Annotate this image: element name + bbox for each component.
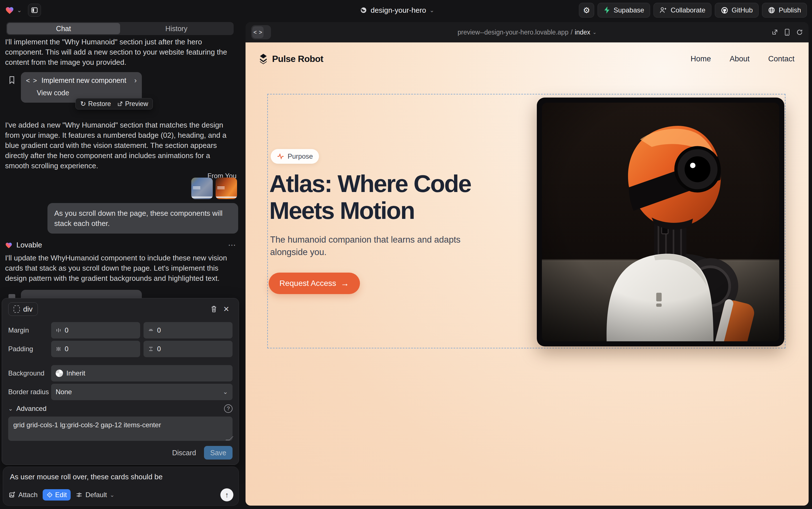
edit-mode-button[interactable]: Edit <box>43 489 71 501</box>
request-access-button[interactable]: Request Access → <box>269 273 360 294</box>
margin-y-input[interactable] <box>144 322 232 338</box>
send-button[interactable]: ↑ <box>220 488 233 501</box>
hero-subheadline: The humanoid companion that learns and a… <box>270 234 468 259</box>
margin-x-icon <box>56 328 61 333</box>
chat-panel: Chat History I'll implement the "Why Hum… <box>0 20 242 509</box>
refresh-button[interactable] <box>796 29 803 36</box>
assistant-message-1: I'll implement the "Why Humanoid" sectio… <box>5 37 236 67</box>
chevron-right-icon: › <box>134 76 137 85</box>
select-chevron-down-icon: ⌄ <box>223 388 228 396</box>
background-label: Background <box>8 369 51 377</box>
send-arrow-icon: ↑ <box>225 490 229 499</box>
attach-button[interactable]: Attach <box>9 491 38 499</box>
site-preview: Pulse Robot Home About Contact Purpose A… <box>246 42 809 506</box>
nav-home[interactable]: Home <box>691 55 711 63</box>
edit-label: Edit <box>55 491 67 499</box>
trash-icon <box>211 305 217 313</box>
margin-label: Margin <box>8 326 51 334</box>
bookmark-icon[interactable] <box>8 76 15 86</box>
tab-chat[interactable]: Chat <box>7 23 120 34</box>
padding-y-input[interactable] <box>144 341 232 357</box>
supabase-button[interactable]: Supabase <box>597 3 650 18</box>
attachment-thumbnail-orange[interactable] <box>216 178 237 199</box>
save-button[interactable]: Save <box>204 446 232 460</box>
refresh-icon <box>796 29 803 36</box>
padding-label: Padding <box>8 345 51 353</box>
project-switcher[interactable]: design-your-hero ⌄ <box>360 0 434 20</box>
border-radius-select[interactable]: None ⌄ <box>51 384 232 400</box>
padding-y-value[interactable] <box>157 345 228 353</box>
delete-element-button[interactable] <box>208 303 220 315</box>
attach-image-icon <box>9 491 15 498</box>
background-select[interactable]: Inherit <box>51 365 232 381</box>
panel-left-icon <box>31 6 38 14</box>
advanced-label[interactable]: Advanced <box>16 405 47 413</box>
model-chevron-down-icon: ⌄ <box>110 492 114 498</box>
view-code-link[interactable]: View code <box>37 89 137 97</box>
publish-button[interactable]: Publish <box>762 3 807 18</box>
url-chevron-down-icon: ⌄ <box>592 30 596 35</box>
publish-globe-icon <box>768 6 775 14</box>
site-brand[interactable]: Pulse Robot <box>259 54 323 64</box>
preview-url[interactable]: preview--design-your-hero.lovable.app / … <box>457 29 596 36</box>
preview-pane: < > preview--design-your-hero.lovable.ap… <box>246 22 809 506</box>
margin-x-input[interactable] <box>51 322 140 338</box>
supabase-icon <box>603 6 610 14</box>
target-icon <box>47 492 53 498</box>
code-view-toggle[interactable]: < > <box>251 25 271 39</box>
collaborate-people-icon <box>659 6 667 14</box>
code-toggle-icon: < > <box>252 26 264 38</box>
chat-composer[interactable]: As user mouse roll over, these cards sho… <box>3 467 239 506</box>
chat-history-tabs: Chat History <box>6 22 234 35</box>
workspace-chevron-down-icon[interactable]: ⌄ <box>17 7 22 13</box>
site-nav: Home About Contact <box>691 55 795 63</box>
hero-headline: Atlas: Where Code Meets Motion <box>269 170 518 224</box>
settings-button[interactable]: ⚙ <box>579 3 594 18</box>
publish-label: Publish <box>779 6 801 14</box>
gear-icon: ⚙ <box>583 6 590 15</box>
mobile-view-button[interactable] <box>784 29 790 36</box>
attach-label: Attach <box>19 491 38 499</box>
nav-about[interactable]: About <box>730 55 749 63</box>
restore-label: Restore <box>88 100 111 108</box>
external-link-icon <box>117 101 123 107</box>
supabase-label: Supabase <box>614 6 644 14</box>
sidebar-toggle-button[interactable] <box>28 4 41 17</box>
restore-button[interactable]: ↻ Restore <box>80 100 111 108</box>
margin-x-value[interactable] <box>65 326 136 334</box>
assistant-message-3: I'll update the WhyHumanoid component to… <box>5 253 236 283</box>
nav-contact[interactable]: Contact <box>768 55 795 63</box>
composer-draft-text[interactable]: As user mouse roll over, these cards sho… <box>10 473 232 481</box>
collaborate-button[interactable]: Collaborate <box>654 3 711 18</box>
tab-history[interactable]: History <box>120 23 233 34</box>
url-host: preview--design-your-hero.lovable.app <box>457 29 568 36</box>
close-inspector-button[interactable]: ✕ <box>220 303 232 315</box>
dashed-element-icon <box>13 305 20 313</box>
url-page: index <box>575 29 590 36</box>
advanced-classes-textarea[interactable]: grid grid-cols-1 lg:grid-cols-2 gap-12 i… <box>8 416 232 441</box>
github-button[interactable]: GitHub <box>715 3 759 18</box>
arrow-right-icon: → <box>341 278 349 288</box>
margin-y-icon <box>148 328 154 333</box>
padding-x-icon <box>56 346 61 352</box>
help-icon[interactable]: ? <box>224 404 232 413</box>
user-message-bubble: As you scroll down the page, these compo… <box>47 203 238 234</box>
project-name: design-your-hero <box>371 6 426 15</box>
padding-x-input[interactable] <box>51 341 140 357</box>
request-access-label: Request Access <box>280 279 336 288</box>
lovable-logo-icon[interactable] <box>5 6 14 14</box>
open-external-button[interactable] <box>771 29 778 36</box>
padding-y-icon <box>148 346 154 352</box>
sliders-icon <box>76 492 82 498</box>
purpose-badge: Purpose <box>271 149 319 164</box>
mobile-device-icon <box>784 29 790 36</box>
restore-icon: ↻ <box>80 100 86 108</box>
attachment-thumbnail-blue[interactable] <box>191 178 213 199</box>
model-selector-button[interactable]: Default ⌄ <box>76 491 114 499</box>
selected-element-chip[interactable]: div <box>8 302 38 316</box>
margin-y-value[interactable] <box>157 326 228 334</box>
discard-button[interactable]: Discard <box>172 449 196 457</box>
padding-x-value[interactable] <box>65 345 136 353</box>
more-menu-button[interactable]: ⋯ <box>228 240 236 250</box>
preview-button[interactable]: Preview <box>117 100 148 108</box>
